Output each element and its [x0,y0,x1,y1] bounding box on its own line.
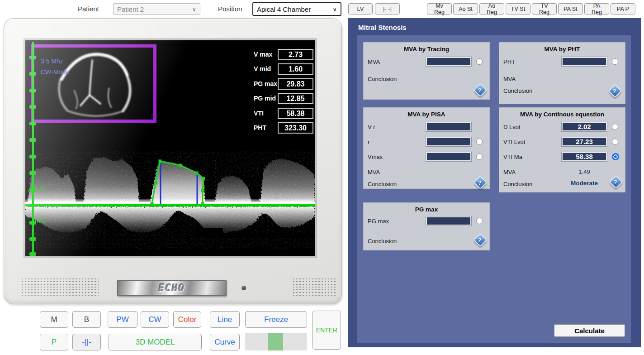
measurement-row: VTI 58.38 [254,108,313,119]
pgmax-input[interactable] [426,216,471,225]
mva-label: MVA [368,58,380,65]
preset-tv-st-button[interactable]: TV St [506,3,530,14]
pgmax-label: PG max [368,218,389,225]
spectral-doppler-display [25,151,315,256]
panel-title: Mitral Stenosis [358,24,407,31]
vmax-radio[interactable] [476,154,483,160]
preset-pa-reg-button[interactable]: PA Reg [584,3,609,14]
vtima-input[interactable]: 58.38 [562,152,607,161]
pgmid-readout: 12.85 [278,93,313,104]
axis-tick [29,122,36,125]
speaker-grille [21,278,99,297]
velocity-unit-label: m/s [35,217,46,225]
dlvot-radio[interactable] [612,124,618,130]
pgmax-radio[interactable] [476,218,483,224]
caliper-button[interactable]: |- -| [375,3,400,14]
mva-by-pht-card: MVA by PHT PHT MVA Conclusion ? [499,42,625,104]
frequency-label: 3.5 Mhz [41,58,63,65]
measurement-row: PHT 323.30 [254,122,313,134]
measurement-row: PG mid 12.85 [254,93,313,104]
vr-label: V r [368,124,375,130]
axis-tick [29,56,36,59]
card-title: MVA by Tracing [363,46,490,53]
pht-radio[interactable] [612,58,618,65]
vmax-label: Vmax [368,154,383,160]
measurement-row: V max 2.73 [254,49,313,60]
m-mode-button[interactable]: M [40,311,68,328]
position-select[interactable]: Apical 4 Chamber ∨ [252,2,341,16]
card-title: PG max [363,206,490,213]
preset-mv-reg-button[interactable]: Mv Reg [427,3,452,14]
power-led [242,286,246,290]
mva-by-tracing-card: MVA by Tracing MVA Conclusion ? [363,42,490,100]
slider-thumb[interactable] [268,333,283,350]
conclusion-value: Moderate [562,180,607,187]
mva-by-continuity-card: MVA by Continous equestion D Lvot 2.02 V… [499,107,625,192]
color-mode-button[interactable]: Color [173,311,201,328]
r-input[interactable] [426,137,471,146]
axis-tick [29,89,36,92]
pht-label: PHT [254,122,266,134]
3d-model-button[interactable]: 3D MODEL [109,334,202,350]
vmid-label: V mid [254,63,271,75]
pathology-preset-group: Mv Reg Ao St Ao Reg TV St TV Reg PA St P… [427,3,635,14]
vmax-readout: 2.73 [278,49,313,60]
patient-select-value: Patient 2 [117,5,144,13]
patient-select[interactable]: Patient 2 ∨ [113,3,200,15]
axis-tick [29,138,36,142]
gain-slider[interactable] [245,333,307,350]
cw-mode-button[interactable]: CW [141,311,169,328]
conclusion-label: Conclusion [368,181,397,187]
card-title: MVA by PHT [499,46,625,53]
curve-tool-button[interactable]: Curve [210,334,240,350]
preset-ao-st-button[interactable]: Ao St [453,3,478,14]
vmax-input[interactable] [426,152,471,161]
pgmid-label: PG mid [254,93,276,104]
pgmax-readout: 29.83 [278,78,313,90]
preset-tv-reg-button[interactable]: TV Reg [532,3,557,14]
preset-ao-reg-button[interactable]: Ao Reg [479,3,504,14]
calculate-button[interactable]: Calculate [554,324,625,337]
vmid-readout: 1.60 [278,63,313,75]
b-mode-button[interactable]: B [72,311,101,328]
vtilvot-input[interactable]: 27.23 [562,137,607,146]
mitral-stenosis-panel: Mitral Stenosis MVA by Tracing MVA Concl… [348,18,641,347]
vtilvot-radio[interactable] [612,139,618,145]
axis-tick [29,171,36,175]
axis-tick [29,237,36,241]
brand-logo: ECHO [159,283,185,293]
pg-max-card: PG max PG max Conclusion ? [363,202,490,250]
mva-input[interactable] [426,57,471,66]
preset-pa-st-button[interactable]: PA St [558,3,583,14]
freeze-button[interactable]: Freeze [245,311,307,328]
mva-radio[interactable] [476,58,483,65]
velocity-scale-label: 1.0 [35,184,44,192]
r-label: r [368,139,369,145]
vtima-radio-selected[interactable] [612,153,619,160]
axis-tick [29,72,36,76]
dlvot-label: D Lvot [503,124,521,130]
pw-mode-button[interactable]: PW [108,311,137,328]
vtilvot-label: VTI Lvot [503,139,525,145]
lv-button[interactable]: LV [348,3,373,14]
patient-label: Patient [78,5,99,13]
mva-by-pisa-card: MVA by PISA V r r Vmax MVA Conclusion [363,107,490,189]
line-tool-button[interactable]: Line [210,311,240,328]
axis-tick [29,155,36,158]
dlvot-input[interactable]: 2.02 [562,122,607,131]
preset-pa-p-button[interactable]: PA P [611,3,635,14]
mva-label: MVA [503,76,516,82]
vr-input[interactable] [426,122,471,131]
2d-echo-image: 3.5 Mhz CW-Mode [31,44,156,123]
vti-label: VTI [254,108,264,119]
pht-input[interactable] [562,57,607,66]
enter-button[interactable]: ENTER [313,311,341,350]
help-icon[interactable]: ? [473,83,487,97]
pgmax-label: PG max [254,78,277,90]
card-title: MVA by Continous equestion [499,111,625,118]
r-radio[interactable] [476,139,483,145]
position-label: Position [218,5,242,13]
p-button[interactable]: P [40,334,68,350]
axis-tick [29,252,36,256]
caliper-tool-button[interactable]: -||- [72,334,101,350]
